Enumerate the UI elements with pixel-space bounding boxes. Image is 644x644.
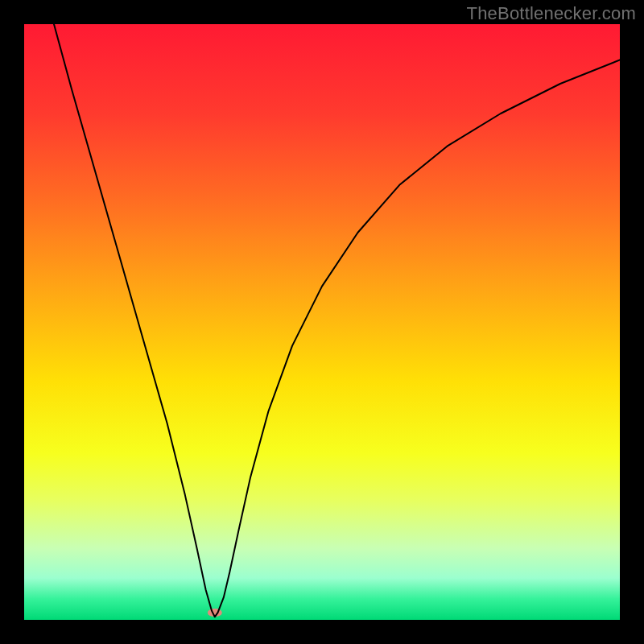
plot-area	[24, 24, 620, 620]
chart-svg	[24, 24, 620, 620]
gradient-background	[24, 24, 620, 620]
watermark-text: TheBottlenecker.com	[467, 3, 636, 24]
chart-frame: TheBottlenecker.com	[0, 0, 644, 644]
